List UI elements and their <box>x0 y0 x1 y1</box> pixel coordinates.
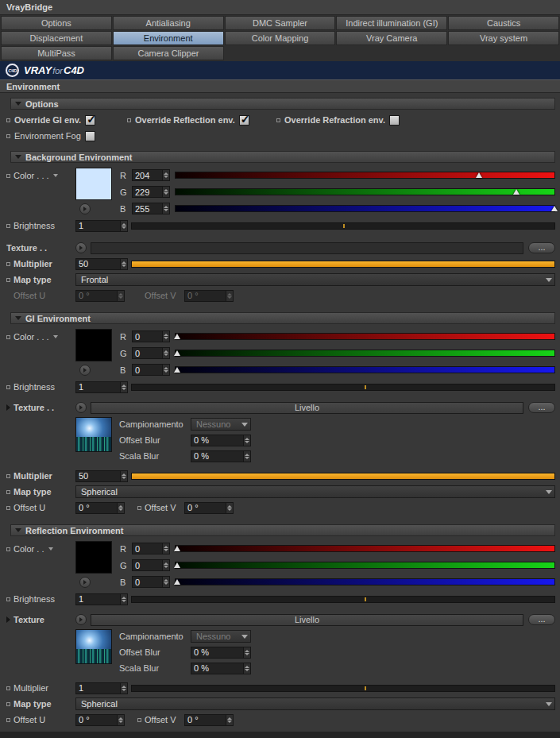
gi-g-field[interactable]: 0 <box>132 347 170 359</box>
tab-options[interactable]: Options <box>1 16 112 30</box>
gi-maptype-dropdown[interactable]: Spherical <box>75 485 555 498</box>
gi-environment-header[interactable]: GI Environment <box>10 312 555 324</box>
stepper-icon[interactable] <box>243 435 250 446</box>
refl-b-field[interactable]: 0 <box>132 576 170 588</box>
refl-g-slider[interactable] <box>175 562 555 569</box>
gi-b-slider[interactable] <box>175 366 555 373</box>
refl-b-slider[interactable] <box>175 578 555 585</box>
keyframe-dot[interactable] <box>6 474 10 478</box>
stepper-icon[interactable] <box>120 683 127 694</box>
gi-texture-field[interactable]: Livello <box>91 402 523 414</box>
keyframe-dot[interactable] <box>6 490 10 494</box>
tab-multipass[interactable]: MultiPass <box>1 46 112 60</box>
stepper-icon[interactable] <box>117 503 124 513</box>
gi-multiplier-field[interactable]: 50 <box>75 470 128 482</box>
bg-multiplier-field[interactable]: 50 <box>75 258 128 270</box>
stepper-icon[interactable] <box>226 715 233 725</box>
slider-handle[interactable] <box>365 385 366 389</box>
stepper-icon[interactable] <box>162 348 169 358</box>
slider-handle[interactable] <box>174 367 180 373</box>
stepper-icon[interactable] <box>120 259 127 269</box>
override-refraction-checkbox[interactable] <box>389 115 400 126</box>
refl-texture-preview[interactable] <box>75 629 112 664</box>
keyframe-dot[interactable] <box>137 506 141 510</box>
slider-handle[interactable] <box>476 172 482 178</box>
color-mode-dropdown-icon[interactable] <box>48 547 53 551</box>
bg-r-slider[interactable] <box>175 172 555 179</box>
bg-brightness-field[interactable]: 1 <box>75 220 128 232</box>
override-reflection-checkbox[interactable] <box>239 115 249 126</box>
gi-scalablur-field[interactable]: 0 % <box>191 450 251 462</box>
reflection-environment-header[interactable]: Reflection Environment <box>10 524 555 536</box>
keyframe-dot[interactable] <box>276 118 280 122</box>
bg-multiplier-slider[interactable] <box>131 261 555 268</box>
slider-handle[interactable] <box>174 546 180 551</box>
stepper-icon[interactable] <box>162 543 169 554</box>
bg-g-slider[interactable] <box>175 188 555 195</box>
stepper-icon[interactable] <box>162 187 169 197</box>
gi-texture-browse-button[interactable]: ... <box>528 402 555 413</box>
keyframe-dot[interactable] <box>6 262 10 266</box>
tab-antialiasing[interactable]: Antialiasing <box>113 16 224 30</box>
refl-texture-browse-button[interactable]: ... <box>528 614 555 625</box>
keyframe-dot[interactable] <box>127 118 131 122</box>
keyframe-dot[interactable] <box>6 118 10 122</box>
stepper-icon[interactable] <box>162 331 169 342</box>
options-section-header[interactable]: Options <box>10 98 555 110</box>
refl-r-field[interactable]: 0 <box>132 543 170 554</box>
refl-color-expand-button[interactable] <box>79 577 91 588</box>
gi-offsetu-field[interactable]: 0 ° <box>75 502 125 514</box>
stepper-icon[interactable] <box>120 471 127 481</box>
refl-offsetblur-field[interactable]: 0 % <box>191 647 251 659</box>
gi-multiplier-slider[interactable] <box>131 473 555 480</box>
slider-handle[interactable] <box>365 686 366 690</box>
refl-offsetu-field[interactable]: 0 ° <box>75 714 125 726</box>
tab-environment[interactable]: Environment <box>113 31 224 45</box>
gi-color-expand-button[interactable] <box>79 365 91 376</box>
bg-maptype-dropdown[interactable]: Frontal <box>75 273 555 286</box>
gi-brightness-field[interactable]: 1 <box>75 381 128 393</box>
tab-dmc-sampler[interactable]: DMC Sampler <box>225 16 336 30</box>
gi-r-slider[interactable] <box>175 333 555 340</box>
refl-brightness-slider[interactable] <box>131 596 555 603</box>
tab-camera-clipper[interactable]: Camera Clipper <box>113 46 224 60</box>
gi-texture-preview[interactable] <box>75 417 112 452</box>
slider-handle[interactable] <box>174 350 180 356</box>
stepper-icon[interactable] <box>243 647 250 658</box>
keyframe-dot[interactable] <box>6 547 10 551</box>
slider-handle[interactable] <box>365 597 366 601</box>
refl-color-swatch[interactable] <box>75 541 112 574</box>
stepper-icon[interactable] <box>243 663 250 674</box>
keyframe-dot[interactable] <box>6 702 10 706</box>
keyframe-dot[interactable] <box>6 174 10 178</box>
slider-handle[interactable] <box>174 562 180 568</box>
stepper-icon[interactable] <box>120 382 127 392</box>
keyframe-dot[interactable] <box>6 597 10 601</box>
refl-multiplier-slider[interactable] <box>131 685 555 692</box>
slider-handle[interactable] <box>343 224 345 228</box>
gi-offsetblur-field[interactable]: 0 % <box>191 435 251 446</box>
slider-handle[interactable] <box>174 334 180 339</box>
background-environment-header[interactable]: Background Environment <box>10 151 555 163</box>
stepper-icon[interactable] <box>162 203 169 214</box>
override-gi-checkbox[interactable] <box>85 115 95 126</box>
stepper-icon[interactable] <box>162 577 169 587</box>
refl-maptype-dropdown[interactable]: Spherical <box>75 697 555 710</box>
color-mode-dropdown-icon[interactable] <box>53 335 58 338</box>
keyframe-dot[interactable] <box>6 385 10 389</box>
tab-vray-system[interactable]: Vray system <box>448 31 559 45</box>
bg-texture-menu-button[interactable] <box>75 242 87 253</box>
keyframe-dot[interactable] <box>6 335 10 339</box>
bg-color-expand-button[interactable] <box>79 203 91 214</box>
bg-r-field[interactable]: 204 <box>132 169 170 181</box>
refl-brightness-field[interactable]: 1 <box>75 593 128 605</box>
stepper-icon[interactable] <box>162 365 169 375</box>
stepper-icon[interactable] <box>162 560 169 570</box>
keyframe-dot[interactable] <box>6 134 10 138</box>
stepper-icon[interactable] <box>226 503 233 513</box>
keyframe-dot[interactable] <box>6 506 10 510</box>
refl-r-slider[interactable] <box>175 545 555 552</box>
tab-vray-camera[interactable]: Vray Camera <box>336 31 447 45</box>
stepper-icon[interactable] <box>243 451 250 462</box>
slider-handle[interactable] <box>551 206 558 211</box>
